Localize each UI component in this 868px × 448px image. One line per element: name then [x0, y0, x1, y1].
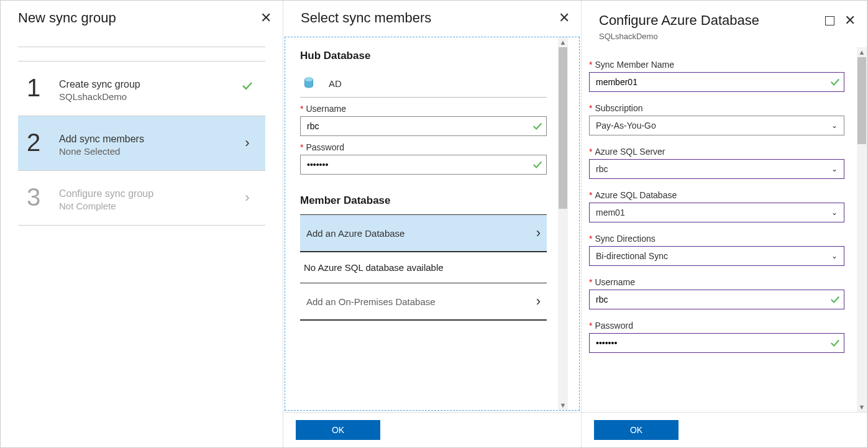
- button-label: Add an Azure Database: [306, 228, 404, 239]
- field-label-database: *Azure SQL Database: [589, 190, 844, 200]
- subscription-select[interactable]: Pay-As-You-Go ⌄: [589, 116, 844, 135]
- password-input-wrap: [589, 333, 844, 353]
- blade-title: Configure Azure Database: [599, 12, 759, 29]
- field-label-username: *Username: [589, 277, 844, 287]
- username-input-wrap: [589, 290, 844, 309]
- blade-footer: OK: [283, 412, 581, 447]
- close-icon[interactable]: ✕: [260, 11, 272, 25]
- chevron-down-icon: ⌄: [831, 121, 840, 130]
- chevron-down-icon: ⌄: [831, 165, 840, 173]
- username-input[interactable]: [593, 292, 830, 307]
- scroll-down-arrow-icon[interactable]: ▼: [560, 400, 567, 410]
- check-icon: [830, 295, 840, 304]
- field-label-directions: *Sync Directions: [589, 234, 844, 244]
- scroll-up-arrow-icon[interactable]: ▲: [560, 37, 567, 47]
- password-input[interactable]: [304, 157, 532, 172]
- field-label-password: *Password: [589, 321, 844, 331]
- field-label-subscription: *Subscription: [589, 103, 844, 113]
- section-heading-member: Member Database: [300, 194, 547, 207]
- scroll-thumb[interactable]: [559, 47, 567, 209]
- svg-point-1: [305, 78, 313, 81]
- chevron-down-icon: ⌄: [831, 252, 840, 260]
- button-label: Add an On-Premises Database: [306, 296, 436, 307]
- scrollbar[interactable]: ▲ ▼: [857, 47, 867, 412]
- password-input[interactable]: [593, 336, 830, 350]
- username-input-wrap: [300, 116, 547, 136]
- check-icon: [532, 160, 542, 170]
- scroll-thumb[interactable]: [857, 57, 866, 144]
- blade-select-sync-members: Select sync members ✕ Hub Database AD *U…: [283, 1, 582, 447]
- maximize-icon[interactable]: [825, 16, 834, 25]
- blade-footer: OK: [582, 412, 867, 447]
- field-label-password: *Password: [300, 142, 547, 152]
- check-icon: [532, 121, 542, 131]
- password-input-wrap: [300, 155, 547, 175]
- close-icon[interactable]: ✕: [559, 11, 570, 25]
- chevron-right-icon: ›: [536, 225, 541, 241]
- select-value: Bi-directional Sync: [596, 251, 831, 261]
- blade-header: New sync group ✕: [1, 1, 283, 35]
- field-label-username: *Username: [300, 104, 547, 114]
- wizard-step-3[interactable]: 3 Configure sync group Not Complete ›: [18, 170, 265, 226]
- server-select[interactable]: rbc ⌄: [589, 159, 844, 179]
- hub-database-name: AD: [329, 78, 342, 89]
- username-input[interactable]: [304, 119, 532, 134]
- step-status: SQLshackDemo: [59, 91, 238, 102]
- divider: [18, 47, 265, 47]
- required-asterisk: *: [300, 142, 303, 152]
- blade-subtitle: SQLshackDemo: [582, 32, 867, 47]
- chevron-right-icon: ›: [245, 135, 249, 151]
- select-value: rbc: [596, 164, 831, 174]
- step-number: 2: [27, 130, 59, 155]
- step-status: Not Complete: [59, 201, 238, 211]
- field-label-member-name: *Sync Member Name: [589, 60, 844, 70]
- wizard-step-1[interactable]: 1 Create sync group SQLshackDemo: [18, 61, 265, 116]
- member-name-input[interactable]: [593, 75, 830, 89]
- step-number: 1: [27, 75, 59, 100]
- step-label: Configure sync group: [59, 188, 238, 199]
- check-icon: [830, 77, 840, 87]
- scroll-up-arrow-icon[interactable]: ▲: [859, 47, 866, 57]
- chevron-down-icon: ⌄: [831, 208, 840, 217]
- wizard-step-2[interactable]: 2 Add sync members None Selected ›: [18, 116, 265, 170]
- blade-new-sync-group: New sync group ✕ 1 Create sync group SQL…: [1, 1, 283, 447]
- no-database-message: No Azure SQL database available: [300, 252, 547, 283]
- step-label: Add sync members: [59, 134, 238, 145]
- database-icon: [304, 77, 314, 89]
- select-value: mem01: [596, 208, 831, 217]
- ok-button[interactable]: OK: [594, 420, 678, 440]
- chevron-right-icon: ›: [536, 293, 541, 309]
- scroll-down-arrow-icon[interactable]: ▼: [859, 402, 866, 412]
- ok-button[interactable]: OK: [296, 420, 380, 440]
- section-heading-hub: Hub Database: [300, 50, 547, 62]
- step-number: 3: [27, 185, 59, 209]
- step-label: Create sync group: [59, 79, 238, 90]
- blade-configure-azure-database: Configure Azure Database ✕ SQLshackDemo …: [582, 1, 867, 447]
- check-icon: [242, 80, 253, 91]
- check-icon: [830, 338, 840, 348]
- directions-select[interactable]: Bi-directional Sync ⌄: [589, 246, 844, 266]
- hub-database-row: AD: [300, 70, 547, 98]
- blade-title: New sync group: [18, 10, 116, 26]
- close-icon[interactable]: ✕: [844, 14, 856, 27]
- scrollbar[interactable]: ▲ ▼: [558, 37, 568, 410]
- member-name-input-wrap: [589, 72, 844, 92]
- blade-header: Select sync members ✕: [283, 1, 581, 35]
- select-value: Pay-As-You-Go: [596, 121, 831, 130]
- database-select[interactable]: mem01 ⌄: [589, 203, 844, 222]
- chevron-right-icon: ›: [245, 190, 249, 206]
- add-onprem-database-button[interactable]: Add an On-Premises Database ›: [300, 283, 547, 321]
- wizard-steps: 1 Create sync group SQLshackDemo 2 Add s…: [1, 35, 283, 226]
- blade-title: Select sync members: [301, 10, 431, 26]
- blade-header: Configure Azure Database ✕: [582, 1, 867, 35]
- field-label-server: *Azure SQL Server: [589, 147, 844, 157]
- step-status: None Selected: [59, 146, 238, 157]
- required-asterisk: *: [300, 104, 303, 114]
- blade-content: Hub Database AD *Username *Password: [285, 37, 580, 411]
- add-azure-database-button[interactable]: Add an Azure Database ›: [300, 214, 547, 252]
